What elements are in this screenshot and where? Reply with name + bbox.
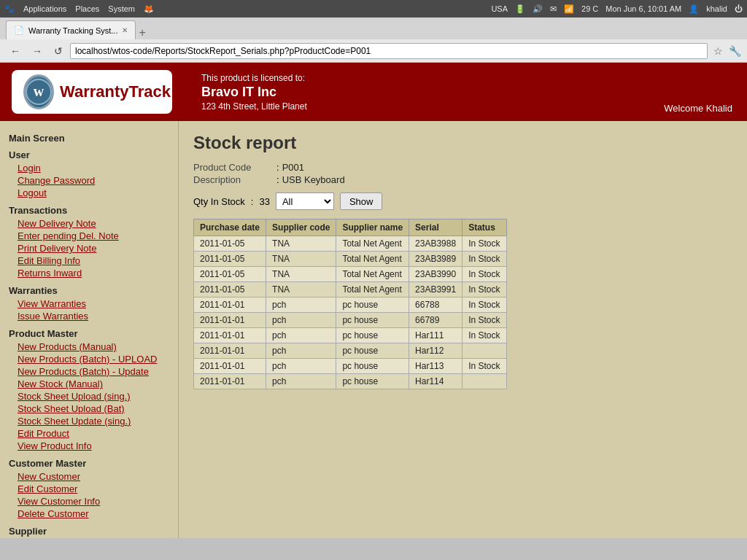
edit-product-link[interactable]: Edit Product (9, 427, 169, 440)
new-stock-manual-link[interactable]: New Stock (Manual) (9, 378, 169, 390)
description-value: USB Keyboard (282, 174, 345, 185)
browser-tabs: 📄 Warranty Tracking Syst... ✕ + (0, 18, 747, 39)
qty-label: Qty In Stock (193, 196, 245, 207)
refresh-button[interactable]: ↺ (50, 43, 67, 59)
logout-link[interactable]: Logout (9, 187, 169, 199)
os-locale: USA (491, 4, 508, 13)
sidebar-section-warranties: Warranties (9, 285, 169, 296)
stock-table: Purchase date Supplier code Supplier nam… (193, 219, 507, 389)
print-delivery-note-link[interactable]: Print Delivery Note (9, 242, 169, 254)
cell-supplier-code: pch (266, 313, 336, 328)
cell-status: In Stock (462, 236, 506, 252)
status-filter[interactable]: All (276, 192, 334, 210)
page-favicon: 📄 (14, 26, 24, 35)
cell-serial: Har113 (409, 359, 462, 374)
logo-text: WarrantyTrack (60, 82, 171, 101)
os-places[interactable]: Places (75, 4, 99, 13)
new-products-manual-link[interactable]: New Products (Manual) (9, 341, 169, 353)
stock-sheet-upload-bat-link[interactable]: Stock Sheet Upload (Bat) (9, 402, 169, 415)
cell-date: 2011-01-05 (194, 236, 266, 252)
col-header-purchase-date: Purchase date (194, 219, 266, 236)
stock-sheet-update-sing-link[interactable]: Stock Sheet Update (sing.) (9, 415, 169, 427)
logo-emblem: w (23, 74, 54, 109)
table-row: 2011-01-01 pch pc house Har113 In Stock (194, 359, 507, 374)
browser-nav: ← → ↺ ☆ 🔧 (0, 39, 747, 63)
sidebar-section-supplier: Supplier (9, 526, 169, 537)
os-apps-icon: 🐾 (4, 4, 15, 14)
svg-text:w: w (34, 83, 44, 99)
edit-billing-info-link[interactable]: Edit Billing Info (9, 254, 169, 267)
table-row: 2011-01-01 pch pc house 66789 In Stock (194, 313, 507, 328)
bookmark-icon[interactable]: ☆ (713, 45, 723, 57)
cell-supplier-name: Total Net Agent (336, 236, 409, 252)
new-tab-button[interactable]: + (139, 26, 145, 39)
col-header-supplier-name: Supplier name (336, 219, 409, 236)
cell-serial: Har112 (409, 343, 462, 359)
back-button[interactable]: ← (6, 43, 25, 59)
cell-date: 2011-01-01 (194, 343, 266, 359)
new-delivery-note-link[interactable]: New Delivery Note (9, 217, 169, 230)
show-button[interactable]: Show (340, 192, 383, 210)
cell-date: 2011-01-01 (194, 374, 266, 389)
table-row: 2011-01-05 TNA Total Net Agent 23AB3988 … (194, 236, 507, 252)
header-welcome: Welcome Khalid (664, 103, 732, 114)
os-applications[interactable]: Applications (23, 4, 66, 13)
delete-customer-link[interactable]: Delete Customer (9, 508, 169, 520)
login-link[interactable]: Login (9, 162, 169, 174)
tools-icon[interactable]: 🔧 (729, 45, 741, 57)
tab-title: Warranty Tracking Syst... (28, 26, 117, 35)
close-tab-button[interactable]: ✕ (122, 26, 128, 34)
cell-date: 2011-01-01 (194, 298, 266, 313)
forward-button[interactable]: → (28, 43, 47, 59)
cell-serial: 66788 (409, 298, 462, 313)
os-power-icon[interactable]: ⏻ (735, 4, 743, 13)
os-volume-icon: 🔊 (533, 4, 543, 14)
cell-supplier-name: Total Net Agent (336, 267, 409, 282)
cell-status: In Stock (462, 313, 506, 328)
stock-sheet-upload-sing-link[interactable]: Stock Sheet Upload (sing.) (9, 390, 169, 402)
cell-serial: Har111 (409, 328, 462, 343)
cell-date: 2011-01-05 (194, 252, 266, 267)
cell-supplier-code: pch (266, 374, 336, 389)
content-area: Stock report Product Code : P001 Descrip… (179, 121, 747, 538)
description-label: Description (193, 174, 274, 185)
cell-supplier-code: TNA (266, 252, 336, 267)
new-products-batch-update-link[interactable]: New Products (Batch) - Update (9, 365, 169, 378)
new-products-batch-upload-link[interactable]: New Products (Batch) - UPLOAD (9, 353, 169, 365)
company-address: 123 4th Street, Little Planet (201, 101, 307, 112)
active-tab[interactable]: 📄 Warranty Tracking Syst... ✕ (6, 20, 136, 39)
cell-supplier-code: TNA (266, 236, 336, 252)
sidebar-section-customer-master: Customer Master (9, 458, 169, 469)
filter-row: Qty In Stock : 33 All Show (193, 192, 732, 210)
sidebar-section-product-master: Product Master (9, 328, 169, 339)
enter-pending-del-note-link[interactable]: Enter pending Del. Note (9, 230, 169, 242)
cell-serial: 23AB3990 (409, 267, 462, 282)
product-info: Product Code : P001 Description : USB Ke… (193, 162, 732, 185)
cell-supplier-name: Total Net Agent (336, 282, 409, 298)
sidebar: Main Screen User Login Change Password L… (0, 121, 179, 538)
table-row: 2011-01-05 TNA Total Net Agent 23AB3990 … (194, 267, 507, 282)
view-warranties-link[interactable]: View Warranties (9, 298, 169, 310)
returns-inward-link[interactable]: Returns Inward (9, 267, 169, 279)
os-system[interactable]: System (108, 4, 135, 13)
view-product-info-link[interactable]: View Product Info (9, 440, 169, 452)
table-row: 2011-01-01 pch pc house Har112 (194, 343, 507, 359)
issue-warranties-link[interactable]: Issue Warranties (9, 310, 169, 322)
os-wifi-icon: 📶 (564, 4, 574, 14)
cell-date: 2011-01-01 (194, 313, 266, 328)
cell-status: In Stock (462, 252, 506, 267)
address-bar[interactable] (70, 43, 708, 59)
cell-serial: 66789 (409, 313, 462, 328)
edit-customer-link[interactable]: Edit Customer (9, 483, 169, 495)
cell-date: 2011-01-01 (194, 328, 266, 343)
cell-date: 2011-01-05 (194, 282, 266, 298)
cell-status: In Stock (462, 328, 506, 343)
cell-supplier-code: pch (266, 298, 336, 313)
change-password-link[interactable]: Change Password (9, 174, 169, 187)
sidebar-section-user: User (9, 149, 169, 160)
view-customer-info-link[interactable]: View Customer Info (9, 495, 169, 508)
new-customer-link[interactable]: New Customer (9, 470, 169, 483)
product-code-value: P001 (282, 162, 304, 173)
cell-supplier-code: TNA (266, 267, 336, 282)
cell-status: In Stock (462, 298, 506, 313)
